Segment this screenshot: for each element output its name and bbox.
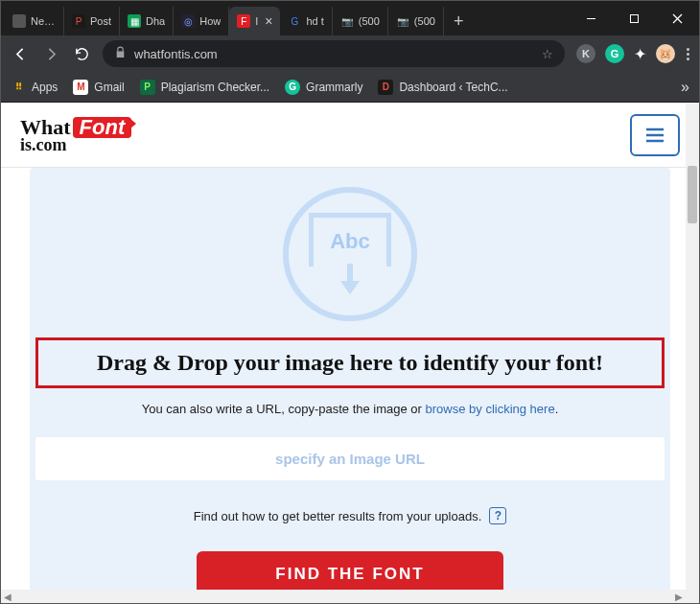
bookmark-dashboard[interactable]: DDashboard ‹ TechC... bbox=[378, 80, 507, 95]
tips-text: Find out how to get better results from … bbox=[194, 509, 482, 523]
vertical-scrollbar[interactable] bbox=[686, 103, 699, 603]
address-toolbar: whatfontis.com ☆ K G ✦ 🐹 bbox=[1, 35, 699, 72]
tab-how[interactable]: ◎How bbox=[174, 7, 229, 35]
drop-heading-highlight: Drag & Drop your image here to identify … bbox=[35, 337, 665, 388]
upload-subtext: You can also write a URL, copy-paste the… bbox=[30, 402, 670, 416]
star-icon[interactable]: ☆ bbox=[542, 47, 553, 61]
browse-link[interactable]: browse by clicking here bbox=[426, 402, 555, 416]
scrollbar-thumb[interactable] bbox=[688, 166, 697, 223]
page-content: What Font is.com Abc Drag & Drop your im… bbox=[1, 103, 699, 603]
apps-grid-icon: ⠿ bbox=[11, 80, 26, 95]
bookmark-grammarly[interactable]: GGrammarly bbox=[285, 80, 362, 95]
reload-button[interactable] bbox=[72, 44, 91, 63]
address-bar[interactable]: whatfontis.com ☆ bbox=[103, 40, 565, 67]
help-icon[interactable]: ? bbox=[489, 507, 506, 524]
maximize-button[interactable] bbox=[613, 1, 656, 35]
site-header: What Font is.com bbox=[1, 103, 699, 168]
browser-tabs: New Tab PPost ▦Dha ◎How FI× Ghd t 📷(500 … bbox=[1, 1, 570, 35]
bookmarks-bar: ⠿Apps MGmail PPlagiarism Checker... GGra… bbox=[1, 72, 699, 103]
plagiarism-icon: P bbox=[140, 80, 155, 95]
back-button[interactable] bbox=[11, 44, 30, 63]
dashboard-icon: D bbox=[378, 80, 393, 95]
tab-whatfontis[interactable]: FI× bbox=[229, 7, 280, 35]
tips-row: Find out how to get better results from … bbox=[30, 507, 670, 524]
new-tab-button[interactable]: + bbox=[444, 7, 474, 35]
horizontal-scrollbar[interactable]: ◀ ▶ bbox=[1, 590, 686, 603]
scroll-right-arrow-icon[interactable]: ▶ bbox=[672, 592, 686, 602]
svg-rect-7 bbox=[347, 264, 353, 283]
lock-icon bbox=[114, 46, 127, 61]
tab-500-1[interactable]: 📷(500 bbox=[333, 7, 388, 35]
profile-avatar-icon[interactable]: 🐹 bbox=[656, 44, 675, 63]
apps-button[interactable]: ⠿Apps bbox=[11, 80, 58, 95]
forward-button[interactable] bbox=[41, 44, 60, 63]
logo-font-text: Font bbox=[73, 117, 132, 138]
upload-illustration: Abc bbox=[278, 187, 422, 326]
tab-new-tab[interactable]: New Tab bbox=[5, 7, 64, 35]
site-logo[interactable]: What Font is.com bbox=[20, 117, 131, 153]
bookmarks-overflow-button[interactable]: » bbox=[681, 79, 689, 96]
svg-rect-1 bbox=[631, 14, 639, 22]
drop-heading: Drag & Drop your image here to identify … bbox=[46, 350, 654, 376]
browser-menu-button[interactable] bbox=[687, 48, 689, 60]
extension-icons: K G ✦ 🐹 bbox=[576, 44, 675, 63]
image-url-input[interactable]: specify an Image URL bbox=[35, 437, 665, 480]
tab-dha[interactable]: ▦Dha bbox=[120, 7, 174, 35]
menu-hamburger-button[interactable] bbox=[630, 114, 680, 156]
tab-500-2[interactable]: 📷(500 bbox=[388, 7, 444, 35]
close-window-button[interactable] bbox=[656, 1, 699, 35]
scroll-left-arrow-icon[interactable]: ◀ bbox=[1, 592, 14, 602]
upload-dropzone[interactable]: Abc Drag & Drop your image here to ident… bbox=[30, 168, 670, 603]
download-arrow-icon bbox=[337, 264, 363, 296]
gmail-icon: M bbox=[73, 80, 88, 95]
tab-post[interactable]: PPost bbox=[64, 7, 120, 35]
minimize-button[interactable] bbox=[570, 1, 613, 35]
bookmark-plagiarism[interactable]: PPlagiarism Checker... bbox=[140, 80, 269, 95]
address-url: whatfontis.com bbox=[134, 47, 218, 61]
extensions-puzzle-icon[interactable]: ✦ bbox=[634, 45, 646, 63]
profile-k-icon[interactable]: K bbox=[576, 44, 595, 63]
hamburger-icon bbox=[644, 127, 665, 144]
abc-text: Abc bbox=[330, 229, 370, 254]
tab-hd[interactable]: Ghd t bbox=[280, 7, 332, 35]
window-controls bbox=[570, 1, 699, 35]
window-titlebar: New Tab PPost ▦Dha ◎How FI× Ghd t 📷(500 … bbox=[1, 1, 699, 35]
grammarly-icon: G bbox=[285, 80, 300, 95]
bookmark-gmail[interactable]: MGmail bbox=[73, 80, 124, 95]
close-tab-icon[interactable]: × bbox=[265, 13, 272, 29]
grammarly-ext-icon[interactable]: G bbox=[605, 44, 624, 63]
